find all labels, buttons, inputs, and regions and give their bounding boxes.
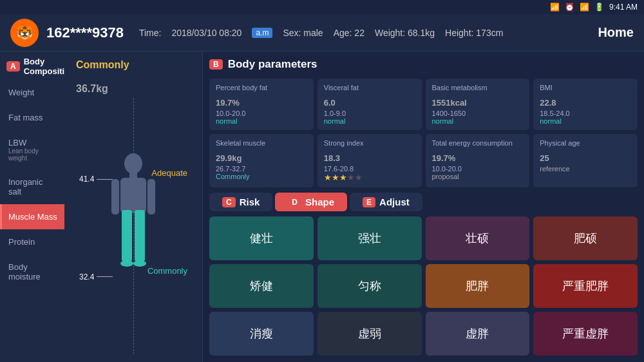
shape-cell-5[interactable]: 匀称 xyxy=(317,264,422,308)
time-display: 9:41 AM xyxy=(609,3,638,12)
shape-grid: 健壮 强壮 壮硕 肥硕 矫健 匀称 肥胖 严重肥胖 消瘦 虚弱 虚胖 严重虚胖 xyxy=(209,216,638,356)
svg-rect-3 xyxy=(122,210,132,262)
svg-rect-4 xyxy=(135,210,145,262)
wifi-icon: 📶 xyxy=(550,3,560,12)
bp-card-visceral-fat: Visceral fat 6.0 1.0-9.0 normal xyxy=(317,79,422,130)
main-area: Commonly 36.7kg 41.4 Adequate 32.4 Commo… xyxy=(64,52,644,362)
body-figure-container: 41.4 Adequate 32.4 Commonly xyxy=(75,98,191,354)
svg-rect-6 xyxy=(147,179,155,214)
age-label: Age: 22 xyxy=(334,28,365,38)
bp-card-bmi: BMI 22.8 18.5-24.0 normal xyxy=(533,79,638,130)
shape-cell-0[interactable]: 健壮 xyxy=(209,216,314,260)
star-rating: ★★★★★ xyxy=(324,173,415,182)
indicator-1-label: Adequate xyxy=(151,168,187,178)
body-status-label: Commonly xyxy=(76,59,129,71)
am-badge: a.m xyxy=(252,28,272,38)
shape-cell-2[interactable]: 壮硕 xyxy=(426,216,530,260)
sidebar-item-protein[interactable]: Protein xyxy=(0,229,64,254)
shape-cell-4[interactable]: 矫健 xyxy=(209,264,314,308)
svg-point-7 xyxy=(120,260,133,267)
bp-card-total-energy: Total energy consumption 19.7% 10.0-20.0… xyxy=(426,134,530,187)
body-value: 36.7kg xyxy=(76,71,108,98)
sidebar-item-body-moisture[interactable]: Body moisture xyxy=(0,254,64,289)
tabs-row: C Risk D Shape E Adjust xyxy=(209,193,638,211)
sidebar-title: A Body Composition xyxy=(0,52,64,80)
header: 🐯 162****9378 Time: 2018/03/10 08:20 a.m… xyxy=(0,14,644,52)
tab-c-badge: C xyxy=(222,197,236,207)
bp-card-basic-metabolism: Basic metabolism 1551kcal 1400-1650 norm… xyxy=(426,79,530,130)
tab-risk[interactable]: C Risk xyxy=(209,193,272,211)
body-params-title: B Body parameters xyxy=(209,58,638,71)
body-params-grid: Percent body fat 19.7% 10.0-20.0 normal … xyxy=(209,79,638,187)
shape-cell-7[interactable]: 严重肥胖 xyxy=(533,264,638,308)
shape-cell-11[interactable]: 严重虚胖 xyxy=(533,312,638,356)
signal-icon: 📶 xyxy=(580,3,589,12)
tab-adjust[interactable]: E Adjust xyxy=(350,193,422,211)
bp-card-physical-age: Physical age 25 reference xyxy=(533,134,638,187)
svg-point-8 xyxy=(133,260,146,267)
height-label: Height: 173cm xyxy=(445,28,503,38)
shape-cell-10[interactable]: 虚胖 xyxy=(426,312,530,356)
svg-point-0 xyxy=(124,153,142,174)
home-button[interactable]: Home xyxy=(598,25,634,40)
tab-d-badge: D xyxy=(288,197,301,207)
user-phone: 162****9378 xyxy=(46,24,124,41)
sidebar: A Body Composition Weight Fat mass LBW L… xyxy=(0,52,64,362)
indicator-1-value: 41.4 xyxy=(79,175,94,184)
body-visual-panel: Commonly 36.7kg 41.4 Adequate 32.4 Commo… xyxy=(64,52,203,362)
sidebar-item-fat-mass[interactable]: Fat mass xyxy=(0,105,64,130)
weight-label: Weight: 68.1kg xyxy=(375,28,435,38)
header-info: Time: 2018/03/10 08:20 a.m Sex: male Age… xyxy=(139,28,598,38)
sex-label: Sex: male xyxy=(283,28,323,38)
shape-cell-3[interactable]: 肥硕 xyxy=(533,216,638,260)
svg-rect-5 xyxy=(111,179,119,214)
bp-card-strong-index: Strong index 18.3 17.6-20.8 ★★★★★ xyxy=(317,134,422,187)
sidebar-item-inorganic-salt[interactable]: Inorganic salt xyxy=(0,169,64,204)
tab-shape[interactable]: D Shape xyxy=(275,193,347,211)
shape-cell-9[interactable]: 虚弱 xyxy=(317,312,422,356)
time-value: 2018/03/10 08:20 xyxy=(171,28,242,38)
alarm-icon: ⏰ xyxy=(565,3,574,12)
sidebar-item-muscle-mass[interactable]: Muscle Mass xyxy=(0,204,64,229)
right-panel: B Body parameters Percent body fat 19.7%… xyxy=(203,52,644,362)
section-a-badge: A xyxy=(6,61,20,71)
bp-card-skeletal-muscle: Skeletal muscle 29.9kg 26.7-32.7 Commonl… xyxy=(209,134,314,187)
indicator-2-label: Commonly xyxy=(147,266,187,276)
section-b-badge: B xyxy=(209,59,223,70)
status-bar: 📶 ⏰ 📶 🔋 9:41 AM xyxy=(550,0,644,14)
svg-rect-2 xyxy=(120,178,146,213)
bp-card-percent-body-fat: Percent body fat 19.7% 10.0-20.0 normal xyxy=(209,79,314,130)
app-logo: 🐯 xyxy=(10,19,39,47)
time-label: Time: xyxy=(139,28,161,38)
shape-cell-8[interactable]: 消瘦 xyxy=(209,312,314,356)
indicator-2-value: 32.4 xyxy=(79,272,94,281)
sidebar-item-weight[interactable]: Weight xyxy=(0,80,64,105)
svg-rect-1 xyxy=(129,173,137,178)
tab-e-badge: E xyxy=(363,197,375,207)
shape-cell-6[interactable]: 肥胖 xyxy=(426,264,530,308)
shape-cell-1[interactable]: 强壮 xyxy=(317,216,422,260)
battery-icon: 🔋 xyxy=(594,3,604,12)
sidebar-item-lbw[interactable]: LBW Lean body weight xyxy=(0,130,64,169)
